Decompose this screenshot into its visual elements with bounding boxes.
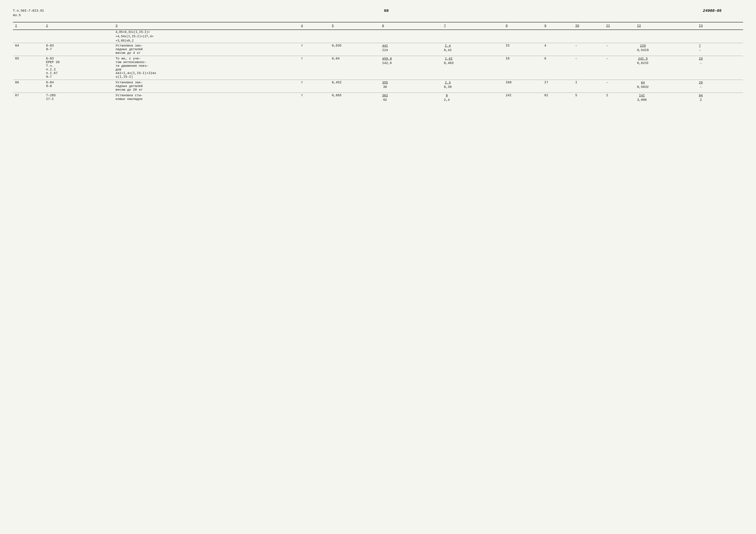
row66-col2-line2: 9–8: [46, 85, 52, 88]
row64-col3-line3: весом до 4 кг: [116, 51, 141, 55]
header-left: Т.п.50I–7–0I3.9I Ал.5: [13, 9, 44, 18]
row66-col12-frac: 64 0,5032: [637, 81, 649, 89]
row64-col7-frac: I,4 0,42: [444, 44, 452, 52]
row65-col3-line2: том интенсивнос–: [116, 61, 147, 64]
row64-col2-line2: 9–7: [46, 48, 52, 51]
header-right: 24988–05: [703, 9, 743, 13]
row67-col6-num: 362: [382, 94, 388, 98]
row64-col13: 7 –: [697, 43, 743, 56]
row64-col12-frac: 2IO 0,54I9: [637, 44, 649, 52]
page-header: Т.п.50I–7–0I3.9I Ал.5 68 24988–05: [13, 9, 743, 18]
row65-col6-num: 459,8: [382, 57, 392, 61]
row65-col2-line5: п.I.67: [46, 71, 58, 75]
formula-col1-empty-3: [13, 38, 44, 43]
row66-col10: I: [573, 80, 604, 93]
col-header-1: I: [13, 22, 44, 30]
row64-col7-num: I,4: [444, 44, 452, 48]
row65-col13: IO –: [697, 56, 743, 80]
row67-col3-line2: ковых накладок: [116, 97, 143, 101]
row65-col1: 65: [13, 56, 44, 80]
row64-col2: 6–83 9–7: [44, 43, 113, 56]
row67-col13-frac: 94 2: [699, 94, 703, 102]
row64-col4: т: [299, 43, 330, 56]
row65-col11: –: [604, 56, 635, 80]
row65-col2-line4: п.I.2: [46, 68, 56, 71]
row67-col12-num: I4I: [637, 94, 647, 98]
row65-col2-line1: 6–83: [46, 57, 54, 61]
row65-col7-num: I,6I: [444, 57, 454, 61]
row65-col13-num: IO: [699, 57, 703, 61]
row67-col13-den: 2: [699, 98, 703, 102]
row65-col7-frac: I,6I 0,483: [444, 57, 454, 65]
row66-col13-den: –: [699, 85, 703, 89]
row66-col13: 29 –: [697, 80, 743, 93]
col-header-6: 6: [380, 22, 442, 30]
row65-col6-frac: 459,8 I42,6: [382, 57, 392, 65]
formula-rest-3: [299, 38, 743, 43]
row66-col1: 66: [13, 80, 44, 93]
formula-col1-empty-2: [13, 34, 44, 38]
row65-col4: т: [299, 56, 330, 80]
row66-col6-frac: 355 38: [382, 81, 388, 89]
row67-col7-num: 8: [444, 94, 450, 98]
row64-col6-num: 44I: [382, 44, 388, 48]
table-row-65: 65 6–83 ЕРЕР 28 Т.ч. п.I.2 п.I.67 9–7 То…: [13, 56, 743, 80]
row65-col8: I8: [504, 56, 542, 80]
row65-col6: 459,8 I42,6: [380, 56, 442, 80]
row67-col12-den: 3,096: [637, 98, 647, 102]
row66-col12: 64 0,5032: [635, 80, 697, 93]
formula-col2-empty: [44, 30, 113, 34]
row64-col9: 4: [542, 43, 573, 56]
table-row-67: 67 7–285 I7–I Установка сты– ковых накла…: [13, 93, 743, 103]
row64-col6-frac: 44I I24: [382, 44, 388, 52]
row65-col2: 6–83 ЕРЕР 28 Т.ч. п.I.2 п.I.67 9–7: [44, 56, 113, 80]
row64-col11: –: [604, 43, 635, 56]
row65-col2-line3: Т.ч.: [46, 64, 54, 68]
row65-col3-line1: То же, с уче–: [116, 57, 141, 61]
row66-col6-den: 38: [382, 85, 388, 89]
row66-col3-line3: весом до 20 кг: [116, 88, 143, 92]
row67-col3-line1: Установка сты–: [116, 94, 143, 97]
row65-col7-den: 0,483: [444, 61, 454, 65]
header-left-line2: Ал.5: [13, 13, 44, 18]
row66-col7: I,3 0,39: [442, 80, 504, 93]
col-header-11: II: [604, 22, 635, 30]
col-header-10: IO: [573, 22, 604, 30]
row65-col3-line4: дов: [116, 68, 121, 71]
col-header-5: 5: [330, 22, 380, 30]
row65-col3: То же, с уче– том интенсивнос– ти движен…: [113, 56, 299, 80]
row64-col6: 44I I24: [380, 43, 442, 56]
row66-col13-num: 29: [699, 81, 703, 85]
formula-col2-empty-3: [44, 38, 113, 43]
row66-col6: 355 38: [380, 80, 442, 93]
row65-col3-formula: 44I+I,4x(I,I5–I)+I24x: [116, 71, 156, 75]
formula-col1-empty: [13, 30, 44, 34]
row67-col7-den: 2,4: [444, 98, 450, 102]
row67-col4: т: [299, 93, 330, 103]
row67-col6-den: 92: [382, 98, 388, 102]
row64-col7: I,4 0,42: [442, 43, 504, 56]
row64-col13-frac: 7 –: [699, 44, 701, 52]
row66-col4: т: [299, 80, 330, 93]
main-table: I 2 3 4 5 6 7 8 9 IO II I2 I3 4,85+0,3Ix…: [13, 22, 743, 103]
row67-col13-num: 94: [699, 94, 703, 98]
col-header-2: 2: [44, 22, 113, 30]
row67-col11: 2: [604, 93, 635, 103]
col-header-7: 7: [442, 22, 504, 30]
row65-col3-line3: ти движения поез–: [116, 64, 148, 68]
row64-col10: –: [573, 43, 604, 56]
row65-col5: 0,04: [330, 56, 380, 80]
row66-col3: Установка зак– ладных деталей весом до 2…: [113, 80, 299, 93]
row65-col12: 24I,5 0,623I: [635, 56, 697, 80]
row67-col9: 6I: [542, 93, 573, 103]
row64-col8: I5: [504, 43, 542, 56]
row64-col1: 64: [13, 43, 44, 56]
row67-col6-frac: 362 92: [382, 94, 388, 102]
col-header-12: I2: [635, 22, 697, 30]
row67-col3: Установка сты– ковых накладок: [113, 93, 299, 103]
row66-col2-line1: 6–84: [46, 81, 54, 85]
row64-col3-line1: Установка зак–: [116, 44, 143, 48]
row65-col3-formula2: x(I,I5–I): [116, 75, 133, 79]
formula-rest-1: [299, 30, 743, 34]
header-center: 68: [44, 9, 703, 13]
